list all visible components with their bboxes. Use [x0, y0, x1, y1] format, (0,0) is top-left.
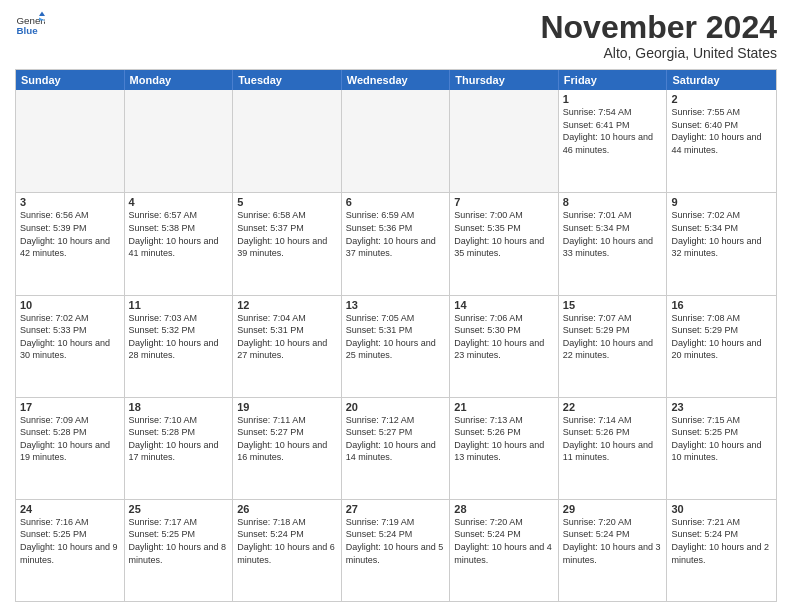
- day-number: 21: [454, 401, 554, 413]
- empty-cell: [342, 90, 451, 192]
- day-info: Sunrise: 7:01 AM Sunset: 5:34 PM Dayligh…: [563, 209, 663, 259]
- day-cell-7: 7Sunrise: 7:00 AM Sunset: 5:35 PM Daylig…: [450, 193, 559, 294]
- day-number: 25: [129, 503, 229, 515]
- day-number: 24: [20, 503, 120, 515]
- day-number: 13: [346, 299, 446, 311]
- day-info: Sunrise: 7:19 AM Sunset: 5:24 PM Dayligh…: [346, 516, 446, 566]
- svg-text:Blue: Blue: [17, 25, 39, 36]
- day-number: 22: [563, 401, 663, 413]
- svg-marker-2: [39, 12, 45, 17]
- logo: General Blue: [15, 10, 45, 40]
- day-info: Sunrise: 7:17 AM Sunset: 5:25 PM Dayligh…: [129, 516, 229, 566]
- day-cell-2: 2Sunrise: 7:55 AM Sunset: 6:40 PM Daylig…: [667, 90, 776, 192]
- logo-icon: General Blue: [15, 10, 45, 40]
- day-cell-16: 16Sunrise: 7:08 AM Sunset: 5:29 PM Dayli…: [667, 296, 776, 397]
- day-info: Sunrise: 7:13 AM Sunset: 5:26 PM Dayligh…: [454, 414, 554, 464]
- day-number: 15: [563, 299, 663, 311]
- day-cell-15: 15Sunrise: 7:07 AM Sunset: 5:29 PM Dayli…: [559, 296, 668, 397]
- day-cell-3: 3Sunrise: 6:56 AM Sunset: 5:39 PM Daylig…: [16, 193, 125, 294]
- day-number: 10: [20, 299, 120, 311]
- location: Alto, Georgia, United States: [540, 45, 777, 61]
- day-cell-18: 18Sunrise: 7:10 AM Sunset: 5:28 PM Dayli…: [125, 398, 234, 499]
- month-title: November 2024: [540, 10, 777, 45]
- week-row-4: 17Sunrise: 7:09 AM Sunset: 5:28 PM Dayli…: [16, 397, 776, 499]
- day-info: Sunrise: 6:57 AM Sunset: 5:38 PM Dayligh…: [129, 209, 229, 259]
- day-cell-8: 8Sunrise: 7:01 AM Sunset: 5:34 PM Daylig…: [559, 193, 668, 294]
- day-info: Sunrise: 7:08 AM Sunset: 5:29 PM Dayligh…: [671, 312, 772, 362]
- day-number: 4: [129, 196, 229, 208]
- day-info: Sunrise: 7:16 AM Sunset: 5:25 PM Dayligh…: [20, 516, 120, 566]
- empty-cell: [16, 90, 125, 192]
- day-info: Sunrise: 7:06 AM Sunset: 5:30 PM Dayligh…: [454, 312, 554, 362]
- day-cell-20: 20Sunrise: 7:12 AM Sunset: 5:27 PM Dayli…: [342, 398, 451, 499]
- header-cell-thursday: Thursday: [450, 70, 559, 90]
- day-info: Sunrise: 7:12 AM Sunset: 5:27 PM Dayligh…: [346, 414, 446, 464]
- day-cell-26: 26Sunrise: 7:18 AM Sunset: 5:24 PM Dayli…: [233, 500, 342, 601]
- day-info: Sunrise: 7:00 AM Sunset: 5:35 PM Dayligh…: [454, 209, 554, 259]
- day-info: Sunrise: 7:20 AM Sunset: 5:24 PM Dayligh…: [563, 516, 663, 566]
- day-info: Sunrise: 7:04 AM Sunset: 5:31 PM Dayligh…: [237, 312, 337, 362]
- page: General Blue November 2024 Alto, Georgia…: [0, 0, 792, 612]
- header-cell-friday: Friday: [559, 70, 668, 90]
- day-info: Sunrise: 7:09 AM Sunset: 5:28 PM Dayligh…: [20, 414, 120, 464]
- calendar-header: SundayMondayTuesdayWednesdayThursdayFrid…: [16, 70, 776, 90]
- day-number: 20: [346, 401, 446, 413]
- day-cell-21: 21Sunrise: 7:13 AM Sunset: 5:26 PM Dayli…: [450, 398, 559, 499]
- day-number: 12: [237, 299, 337, 311]
- day-number: 27: [346, 503, 446, 515]
- day-cell-25: 25Sunrise: 7:17 AM Sunset: 5:25 PM Dayli…: [125, 500, 234, 601]
- calendar: SundayMondayTuesdayWednesdayThursdayFrid…: [15, 69, 777, 602]
- day-info: Sunrise: 6:58 AM Sunset: 5:37 PM Dayligh…: [237, 209, 337, 259]
- day-number: 26: [237, 503, 337, 515]
- empty-cell: [125, 90, 234, 192]
- day-cell-14: 14Sunrise: 7:06 AM Sunset: 5:30 PM Dayli…: [450, 296, 559, 397]
- day-info: Sunrise: 7:14 AM Sunset: 5:26 PM Dayligh…: [563, 414, 663, 464]
- week-row-3: 10Sunrise: 7:02 AM Sunset: 5:33 PM Dayli…: [16, 295, 776, 397]
- calendar-body: 1Sunrise: 7:54 AM Sunset: 6:41 PM Daylig…: [16, 90, 776, 601]
- day-number: 18: [129, 401, 229, 413]
- day-cell-22: 22Sunrise: 7:14 AM Sunset: 5:26 PM Dayli…: [559, 398, 668, 499]
- day-cell-13: 13Sunrise: 7:05 AM Sunset: 5:31 PM Dayli…: [342, 296, 451, 397]
- day-cell-1: 1Sunrise: 7:54 AM Sunset: 6:41 PM Daylig…: [559, 90, 668, 192]
- day-number: 2: [671, 93, 772, 105]
- day-number: 17: [20, 401, 120, 413]
- day-number: 7: [454, 196, 554, 208]
- day-cell-10: 10Sunrise: 7:02 AM Sunset: 5:33 PM Dayli…: [16, 296, 125, 397]
- week-row-5: 24Sunrise: 7:16 AM Sunset: 5:25 PM Dayli…: [16, 499, 776, 601]
- day-info: Sunrise: 7:10 AM Sunset: 5:28 PM Dayligh…: [129, 414, 229, 464]
- day-info: Sunrise: 7:21 AM Sunset: 5:24 PM Dayligh…: [671, 516, 772, 566]
- day-info: Sunrise: 7:07 AM Sunset: 5:29 PM Dayligh…: [563, 312, 663, 362]
- header-cell-monday: Monday: [125, 70, 234, 90]
- day-number: 6: [346, 196, 446, 208]
- day-cell-11: 11Sunrise: 7:03 AM Sunset: 5:32 PM Dayli…: [125, 296, 234, 397]
- week-row-2: 3Sunrise: 6:56 AM Sunset: 5:39 PM Daylig…: [16, 192, 776, 294]
- day-info: Sunrise: 7:03 AM Sunset: 5:32 PM Dayligh…: [129, 312, 229, 362]
- day-cell-27: 27Sunrise: 7:19 AM Sunset: 5:24 PM Dayli…: [342, 500, 451, 601]
- day-info: Sunrise: 7:05 AM Sunset: 5:31 PM Dayligh…: [346, 312, 446, 362]
- day-info: Sunrise: 7:11 AM Sunset: 5:27 PM Dayligh…: [237, 414, 337, 464]
- day-number: 29: [563, 503, 663, 515]
- day-info: Sunrise: 7:20 AM Sunset: 5:24 PM Dayligh…: [454, 516, 554, 566]
- day-info: Sunrise: 7:18 AM Sunset: 5:24 PM Dayligh…: [237, 516, 337, 566]
- day-info: Sunrise: 7:15 AM Sunset: 5:25 PM Dayligh…: [671, 414, 772, 464]
- day-number: 14: [454, 299, 554, 311]
- day-cell-29: 29Sunrise: 7:20 AM Sunset: 5:24 PM Dayli…: [559, 500, 668, 601]
- day-info: Sunrise: 7:54 AM Sunset: 6:41 PM Dayligh…: [563, 106, 663, 156]
- header-cell-tuesday: Tuesday: [233, 70, 342, 90]
- day-number: 9: [671, 196, 772, 208]
- day-number: 23: [671, 401, 772, 413]
- day-info: Sunrise: 6:59 AM Sunset: 5:36 PM Dayligh…: [346, 209, 446, 259]
- day-info: Sunrise: 6:56 AM Sunset: 5:39 PM Dayligh…: [20, 209, 120, 259]
- title-block: November 2024 Alto, Georgia, United Stat…: [540, 10, 777, 61]
- day-cell-23: 23Sunrise: 7:15 AM Sunset: 5:25 PM Dayli…: [667, 398, 776, 499]
- day-number: 19: [237, 401, 337, 413]
- day-info: Sunrise: 7:02 AM Sunset: 5:34 PM Dayligh…: [671, 209, 772, 259]
- day-cell-4: 4Sunrise: 6:57 AM Sunset: 5:38 PM Daylig…: [125, 193, 234, 294]
- day-number: 11: [129, 299, 229, 311]
- day-number: 8: [563, 196, 663, 208]
- day-cell-12: 12Sunrise: 7:04 AM Sunset: 5:31 PM Dayli…: [233, 296, 342, 397]
- header-cell-wednesday: Wednesday: [342, 70, 451, 90]
- day-number: 3: [20, 196, 120, 208]
- week-row-1: 1Sunrise: 7:54 AM Sunset: 6:41 PM Daylig…: [16, 90, 776, 192]
- day-number: 1: [563, 93, 663, 105]
